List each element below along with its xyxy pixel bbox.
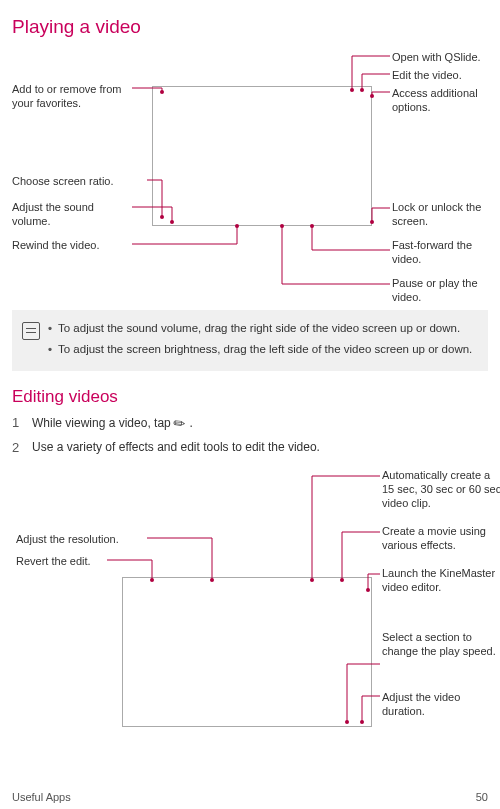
- callout-speed: Select a section to change the play spee…: [382, 630, 500, 659]
- callout-movie: Create a movie using various effects.: [382, 524, 500, 553]
- footer-section-label: Useful Apps: [12, 791, 71, 803]
- callout-duration: Adjust the video duration.: [382, 690, 500, 719]
- callout-lock: Lock or unlock the screen.: [392, 200, 500, 229]
- note-box: •To adjust the sound volume, drag the ri…: [12, 310, 488, 371]
- note-icon: [22, 322, 40, 340]
- callout-volume: Adjust the sound volume.: [12, 200, 132, 229]
- note-text: •To adjust the sound volume, drag the ri…: [48, 320, 472, 361]
- step-2-text: Use a variety of effects and edit tools …: [32, 438, 320, 458]
- video-screen-placeholder: [152, 86, 372, 226]
- callout-auto-clip: Automatically create a 15 sec, 30 sec or…: [382, 468, 500, 511]
- heading-editing-videos: Editing videos: [12, 387, 488, 407]
- editor-screen-placeholder: [122, 577, 372, 727]
- callout-fastforward: Fast-forward the video.: [392, 238, 500, 267]
- step-1-text: While viewing a video, tap: [32, 416, 174, 430]
- note-bullet-2: To adjust the screen brightness, drag th…: [58, 341, 472, 358]
- steps-list: 1 While viewing a video, tap ✎ . 2 Use a…: [12, 413, 488, 458]
- callout-options: Access additional options.: [392, 86, 500, 115]
- note-bullet-1: To adjust the sound volume, drag the rig…: [58, 320, 460, 337]
- callout-kinemaster: Launch the KineMaster video editor.: [382, 566, 500, 595]
- step-1: 1 While viewing a video, tap ✎ .: [12, 413, 488, 434]
- page-footer: Useful Apps 50: [12, 791, 488, 803]
- callout-favorites: Add to or remove from your favorites.: [12, 82, 132, 111]
- callout-screen-ratio: Choose screen ratio.: [12, 174, 152, 188]
- footer-page-number: 50: [476, 791, 488, 803]
- callout-pause: Pause or play the video.: [392, 276, 500, 305]
- callout-rewind: Rewind the video.: [12, 238, 132, 252]
- diagram-playing-video: Add to or remove from your favorites. Ch…: [12, 52, 488, 302]
- step-2: 2 Use a variety of effects and edit tool…: [12, 438, 488, 458]
- callout-qslide: Open with QSlide.: [392, 50, 500, 64]
- callout-revert: Revert the edit.: [16, 554, 166, 568]
- callout-resolution: Adjust the resolution.: [16, 532, 166, 546]
- heading-playing-video: Playing a video: [12, 16, 488, 38]
- callout-edit: Edit the video.: [392, 68, 500, 82]
- diagram-editing-videos: Adjust the resolution. Revert the edit. …: [12, 462, 488, 742]
